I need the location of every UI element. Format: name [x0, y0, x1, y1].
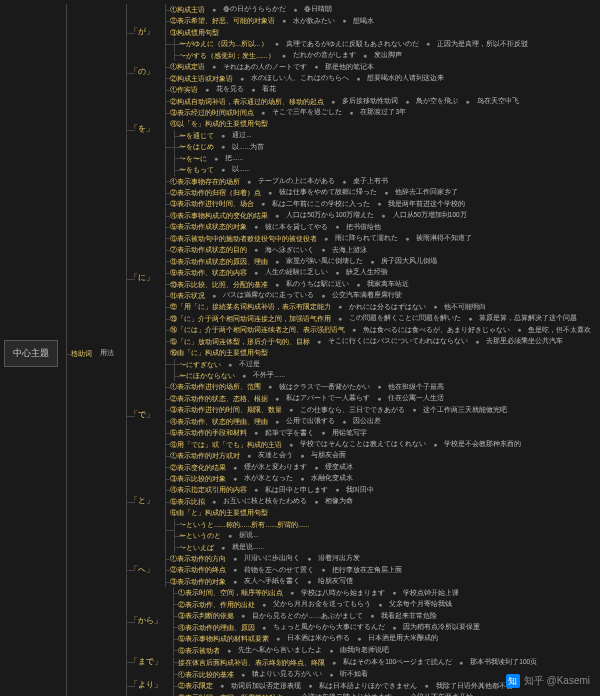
topic-node[interactable]: ②表示动作的归宿（归着）点	[166, 187, 265, 198]
particle-node[interactable]: 「へ」	[127, 564, 157, 577]
topic-node[interactable]: ⑥由「と」构成的主要惯用句型	[166, 507, 272, 518]
topic-node[interactable]: ④表示动作、状态的理由、理由	[166, 416, 272, 427]
topic-node[interactable]: ⑬「に」介于两个相同动词连接之间，加强语气作用	[166, 313, 335, 324]
topic-node[interactable]: ①作宾语	[166, 84, 202, 95]
topic-node[interactable]: ⑩表示比较、比照、分配的基准	[166, 279, 272, 290]
sub-node[interactable]: 〜がゆえに（因为...所以...）	[175, 38, 272, 49]
example-text: 日本酒是用大米酿成的	[364, 633, 442, 644]
topic-node[interactable]: ④表示指定或引用的内容	[166, 484, 251, 495]
example-text: 我看起来非常危险	[377, 611, 441, 622]
bullet-icon: ●	[300, 474, 304, 483]
sub-node[interactable]: 〜をもって	[175, 164, 218, 175]
particle-node[interactable]: 「より」	[127, 679, 165, 692]
bullet-icon: ●	[233, 554, 237, 563]
particle-node[interactable]: 「と」	[127, 495, 157, 508]
topic-node[interactable]: ⑧表示动作成状态的原因、理由	[166, 256, 272, 267]
topic-node[interactable]: ③表示比较的对象	[166, 473, 230, 484]
bullet-icon: ●	[314, 463, 318, 472]
topic-node[interactable]: ①表示动作进行的场所、范围	[166, 381, 265, 392]
bullet-icon: ●	[384, 188, 388, 197]
topic-node[interactable]: ①表示动作的方向	[166, 553, 230, 564]
topic-node[interactable]: ②表示动作的终点	[166, 564, 230, 575]
topic-node[interactable]: ②表示限定	[174, 680, 217, 691]
bullet-icon: ●	[268, 382, 272, 391]
example-text: 彼に本を貸してやる	[261, 222, 332, 233]
example-text: 用铅笔写字	[328, 428, 371, 439]
sub-node[interactable]: 〜をはじめ	[175, 141, 218, 152]
topic-node[interactable]: ③表示动作的对象	[166, 576, 230, 587]
topic-node[interactable]: ③表示动作进行的时间、期限、数量	[166, 404, 286, 415]
topic-node[interactable]: ⑯由「に」构成的主要惯用句型	[166, 347, 272, 358]
particle-node[interactable]: 「で」	[127, 409, 157, 422]
bullet-icon: ●	[228, 360, 232, 369]
topic-node[interactable]: ④表示动作的理由、原因	[174, 622, 259, 633]
sub-node[interactable]: 〜というのと	[175, 530, 225, 541]
example-text: 人口从50万增加到100万	[389, 210, 471, 221]
topic-node[interactable]: ⑭「には」介于两个相同动词连续者之间、表示强烈语气	[166, 324, 349, 335]
sub-node[interactable]: 〜がする（感觉到；发生......）	[175, 50, 279, 61]
sub-node[interactable]: 〜を通じて	[175, 130, 218, 141]
particle-node[interactable]: 「が」	[127, 26, 157, 39]
example-text: 先生へ私から言いましたよ	[234, 645, 326, 656]
particle-node[interactable]: 「を」	[127, 123, 157, 136]
bullet-icon: ●	[433, 302, 437, 311]
example-text: 学校は八時から始まります	[297, 588, 389, 599]
example-text: 荷物を左へのせて置く	[240, 565, 318, 576]
topic-node[interactable]: ①表示动作的对方或对	[166, 450, 244, 461]
main-node[interactable]: 格助词	[67, 348, 96, 359]
topic-node[interactable]: ⑨表示动作、状态的内容	[166, 267, 251, 278]
topic-node[interactable]: ③构成惯用句型	[166, 27, 223, 38]
topic-node[interactable]: ⑤表示比拟	[166, 496, 209, 507]
particle-node[interactable]: 「から」	[127, 615, 165, 628]
particle-node[interactable]: 「まで」	[127, 656, 165, 669]
topic-node[interactable]: ②构成自动词补语，表示通过的场所、移动的起点	[166, 96, 328, 107]
topic-node[interactable]: ⑫「用「に」接続某名词构成补语，表示有限定能力	[166, 301, 335, 312]
example-text: この仕事なら、三日でできあがる	[296, 405, 409, 416]
topic-node[interactable]: ②表示动作的状态、态格、根据	[166, 393, 272, 404]
particle-node[interactable]: 「に」	[127, 272, 157, 285]
topic-node[interactable]: ④表示事物构成式的变化的结果	[166, 210, 272, 221]
topic-node[interactable]: ①表示比较的基准	[174, 669, 238, 680]
topic-node[interactable]: ⑪表示状况	[166, 290, 209, 301]
example-text: 目から見るとのが……あぶがまして	[248, 611, 367, 622]
topic-node[interactable]: ③表示经过的时间或时间点	[166, 107, 258, 118]
topic-node[interactable]: ①表示事物存在的场所	[166, 176, 244, 187]
topic-node[interactable]: ⑤表示动作成状态的对象	[166, 221, 251, 232]
topic-node[interactable]: ⑤表示事物构成的材料或要素	[174, 633, 273, 644]
sub-node[interactable]: 〜といえば	[175, 542, 218, 553]
topic-node[interactable]: ④以「を」构成的主要惯用句型	[166, 118, 272, 129]
example-text: ちょっと風からから大事にするんだ	[269, 622, 389, 633]
topic-node[interactable]: ⑥表示被动句中的施动者败使役句中的被使役者	[166, 233, 321, 244]
sub-node[interactable]: 〜にすぎない	[175, 359, 225, 370]
sub-node[interactable]: 〜というと......称的......所有......所谓的......	[175, 519, 314, 530]
topic-node[interactable]: ②构成主语或对象语	[166, 73, 237, 84]
topic-node[interactable]: ②表示希望、好恶、可能的对象语	[166, 15, 279, 26]
sub-node[interactable]: 〜を〜に	[175, 153, 211, 164]
topic-node[interactable]: ③表示时间、空间、顺序等的起点	[174, 692, 287, 696]
bullet-icon: ●	[475, 337, 479, 346]
topic-node[interactable]: ①构成主语	[166, 4, 209, 15]
root-node[interactable]: 中心主题	[4, 340, 58, 367]
watermark-user: 知乎 @Kasemi	[524, 674, 590, 688]
example-text: バスは満席なのに走っている	[219, 290, 318, 301]
topic-node[interactable]: ③表示判断的依拠	[174, 610, 238, 621]
topic-node[interactable]: ⑦表示动作成状态的目的	[166, 244, 251, 255]
bullet-icon: ●	[370, 257, 374, 266]
example-text: 相像为命	[321, 496, 357, 507]
example-text: 因公出差	[349, 416, 385, 427]
sub-node[interactable]: 〜にほかならない	[175, 370, 239, 381]
example-text: 私は日本語よりほかできません	[315, 681, 421, 692]
topic-node[interactable]: ⑥用「では」或「でも」构成的主语	[166, 439, 286, 450]
topic-node[interactable]: ⑮「に」放动词连体型，形后介于句的、目标	[166, 336, 314, 347]
topic-node[interactable]: 接在体言后面构成补语、表示终划的终点、终限	[174, 657, 329, 668]
topic-node[interactable]: ⑥表示被动者	[174, 645, 224, 656]
topic-node[interactable]: ①构成定语	[166, 61, 209, 72]
topic-node[interactable]: ②表示动作、作用的出处	[174, 599, 259, 610]
bullet-icon: ●	[308, 681, 312, 690]
example-text: 父から月月お金を送ってもらう	[269, 599, 375, 610]
topic-node[interactable]: ①表示时间、空间，顺序等的出点	[174, 587, 287, 598]
topic-node[interactable]: ②表示变化的结果	[166, 462, 230, 473]
topic-node[interactable]: ③表示动作进行时间、场合	[166, 198, 258, 209]
topic-node[interactable]: ⑤表示动作的手段和材料	[166, 427, 251, 438]
particle-node[interactable]: 「の」	[127, 66, 157, 79]
